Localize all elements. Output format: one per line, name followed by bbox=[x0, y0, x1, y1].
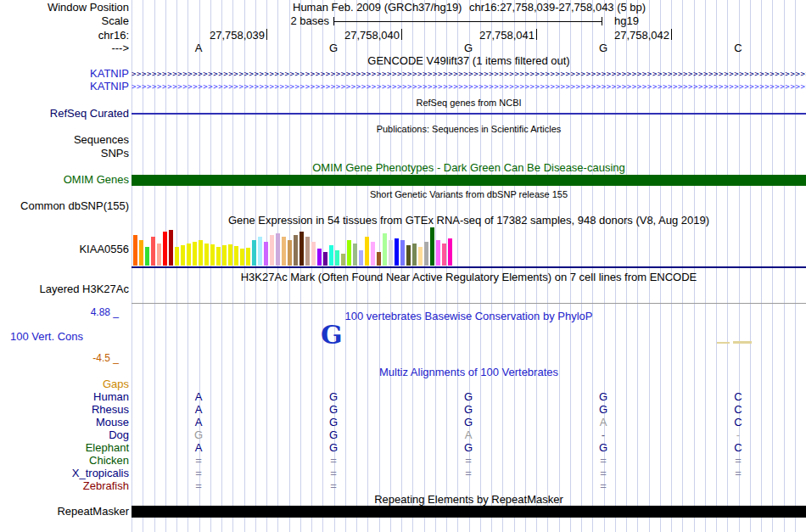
gtex-bar[interactable] bbox=[383, 233, 387, 266]
gtex-bar[interactable] bbox=[353, 244, 357, 266]
alignment-base: = bbox=[326, 480, 341, 491]
gtex-bar[interactable] bbox=[448, 238, 452, 266]
gtex-bar[interactable] bbox=[442, 244, 446, 266]
gtex-bar[interactable] bbox=[169, 230, 173, 266]
gtex-bar[interactable] bbox=[276, 233, 280, 266]
gtex-bar[interactable] bbox=[359, 250, 363, 266]
alignment-base: G bbox=[461, 442, 476, 453]
alignment-base: G bbox=[461, 404, 476, 415]
gtex-bar[interactable] bbox=[335, 250, 339, 266]
gtex-bar[interactable] bbox=[294, 235, 298, 266]
gtex-bar[interactable] bbox=[424, 242, 428, 266]
gtex-bar[interactable] bbox=[151, 237, 155, 266]
gtex-bar[interactable] bbox=[139, 240, 143, 266]
gtex-bar[interactable] bbox=[258, 237, 262, 266]
gtex-bar[interactable] bbox=[252, 240, 256, 266]
snps-label[interactable]: SNPs bbox=[0, 148, 129, 160]
repeatmasker-bar[interactable] bbox=[132, 506, 806, 518]
gtex-bar[interactable] bbox=[347, 240, 351, 266]
strand-direction-label: ---> bbox=[0, 42, 129, 54]
gtex-bar[interactable] bbox=[282, 237, 286, 266]
refseq-label[interactable]: RefSeq Curated bbox=[0, 108, 129, 120]
gtex-bar[interactable] bbox=[145, 247, 149, 266]
species-label-zebrafish[interactable]: Zebrafish bbox=[0, 480, 129, 491]
gene-label-katnip[interactable]: KATNIP bbox=[0, 81, 129, 92]
gtex-bar[interactable] bbox=[157, 244, 161, 266]
omim-bar[interactable] bbox=[132, 175, 806, 186]
gene-label-katnip[interactable]: KATNIP bbox=[0, 68, 129, 79]
alignment-base: = bbox=[730, 455, 746, 466]
coordinate-label: 27,758,040 bbox=[323, 30, 400, 41]
gtex-bar[interactable] bbox=[371, 242, 375, 266]
conservation-max-label: 4.88 _ bbox=[0, 306, 119, 318]
gtex-bar[interactable] bbox=[395, 238, 399, 266]
dbsnp-label[interactable]: Common dbSNP(155) bbox=[0, 200, 129, 212]
h3k27ac-label[interactable]: Layered H3K27Ac bbox=[0, 283, 129, 295]
gtex-bar[interactable] bbox=[246, 248, 250, 266]
gtex-bar[interactable] bbox=[311, 242, 316, 266]
conservation-glyph[interactable]: G bbox=[321, 322, 343, 348]
alignment-base: A bbox=[596, 417, 611, 428]
species-label-rhesus[interactable]: Rhesus bbox=[0, 404, 129, 415]
repeatmasker-label[interactable]: RepeatMasker bbox=[0, 506, 129, 518]
gtex-bar[interactable] bbox=[133, 235, 137, 266]
gtex-bar[interactable] bbox=[228, 244, 232, 266]
species-label-human[interactable]: Human bbox=[0, 391, 129, 402]
alignment-base: C bbox=[730, 442, 746, 453]
gtex-bar[interactable] bbox=[193, 242, 197, 266]
species-label-elephant[interactable]: Elephant bbox=[0, 442, 129, 453]
gtex-bar[interactable] bbox=[288, 240, 292, 266]
gtex-bar[interactable] bbox=[175, 247, 179, 266]
gtex-gene-label[interactable]: KIAA0556 bbox=[0, 244, 129, 255]
conservation-track-label[interactable]: 100 Vert. Cons bbox=[10, 331, 83, 343]
gtex-bar[interactable] bbox=[222, 245, 227, 266]
sequences-label[interactable]: Sequences bbox=[0, 134, 129, 146]
gtex-bar[interactable] bbox=[270, 235, 274, 266]
gtex-bar[interactable] bbox=[299, 232, 304, 266]
coordinate-label: 27,758,039 bbox=[188, 30, 265, 41]
gtex-bar[interactable] bbox=[234, 246, 238, 266]
gene-strand-arrows[interactable]: >>>>>>>>>>>>>>>>>>>>>>>>>>>>>>>>>>>>>>>>… bbox=[132, 70, 806, 78]
gtex-bar[interactable] bbox=[305, 237, 310, 266]
alignment-base: G bbox=[326, 391, 341, 402]
species-label-mouse[interactable]: Mouse bbox=[0, 417, 129, 428]
gtex-bar[interactable] bbox=[430, 227, 434, 266]
gtex-bar[interactable] bbox=[418, 247, 423, 266]
alignment-base: - bbox=[730, 429, 746, 440]
gtex-bar[interactable] bbox=[216, 247, 221, 266]
gtex-bar[interactable] bbox=[377, 252, 381, 266]
gtex-bar[interactable] bbox=[406, 245, 411, 266]
gtex-bar[interactable] bbox=[264, 242, 268, 266]
species-label-dog[interactable]: Dog bbox=[0, 429, 129, 440]
gtex-bar[interactable] bbox=[341, 254, 345, 266]
gtex-bar[interactable] bbox=[187, 244, 191, 266]
gtex-bar[interactable] bbox=[181, 245, 185, 266]
conservation-title: 100 vertebrates Basewise Conservation by… bbox=[132, 311, 806, 322]
gene-strand-arrows[interactable]: >>>>>>>>>>>>>>>>>>>>>>>>>>>>>>>>>>>>>>>>… bbox=[132, 82, 806, 91]
refseq-title: RefSeq genes from NCBI bbox=[132, 97, 806, 109]
gtex-bar[interactable] bbox=[323, 252, 327, 266]
gtex-bar[interactable] bbox=[436, 240, 440, 266]
alignment-base: G bbox=[596, 391, 611, 402]
gtex-bar[interactable] bbox=[163, 232, 167, 266]
gtex-bar[interactable] bbox=[317, 249, 322, 266]
scale-label: Scale bbox=[0, 15, 129, 27]
species-label-x_tropicalis[interactable]: X_tropicalis bbox=[0, 468, 129, 479]
alignment-base: G bbox=[596, 442, 611, 453]
gtex-bar[interactable] bbox=[204, 244, 209, 266]
gtex-bar[interactable] bbox=[210, 244, 215, 266]
gtex-bar[interactable] bbox=[389, 240, 393, 266]
gtex-bar[interactable] bbox=[400, 240, 405, 266]
gaps-label[interactable]: Gaps bbox=[0, 378, 129, 390]
alignment-base: G bbox=[326, 429, 341, 440]
gtex-bar[interactable] bbox=[240, 249, 244, 266]
species-label-chicken[interactable]: Chicken bbox=[0, 455, 129, 466]
gtex-bar[interactable] bbox=[199, 240, 203, 266]
refseq-gene-line[interactable] bbox=[132, 113, 806, 115]
ruler-base: A bbox=[190, 42, 207, 53]
gtex-bar[interactable] bbox=[412, 244, 417, 266]
alignment-base: G bbox=[326, 404, 341, 415]
gtex-bar[interactable] bbox=[329, 245, 333, 266]
gtex-bar[interactable] bbox=[365, 237, 369, 266]
omim-genes-label[interactable]: OMIM Genes bbox=[0, 174, 129, 186]
